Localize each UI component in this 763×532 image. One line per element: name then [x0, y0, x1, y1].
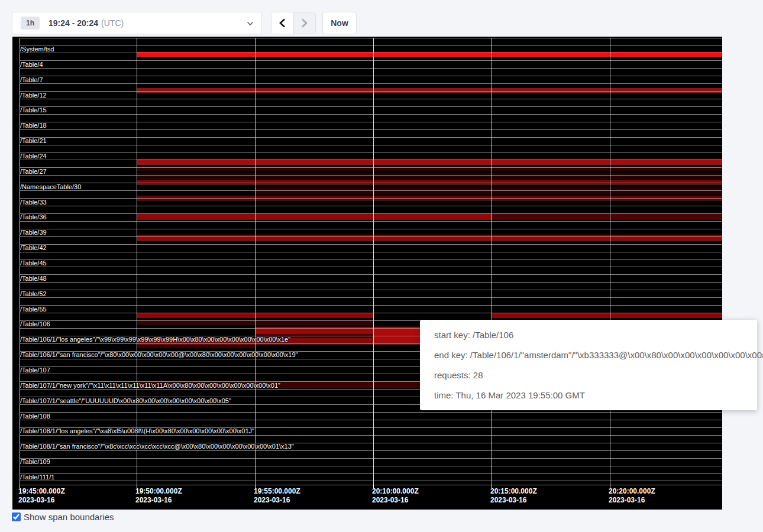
span-boundary-line: [20, 145, 722, 145]
span-label: /Table/39: [20, 229, 47, 236]
span-boundary-line: [20, 206, 722, 206]
span-boundary-line: [20, 481, 722, 481]
span-boundary-line: [20, 466, 722, 466]
span-label: /Table/107: [20, 366, 50, 374]
key-visualizer-page: 1h 19:24 - 20:24 (UTC) Now /System/tsd/T…: [0, 0, 763, 532]
span-label: /Table/33: [20, 199, 47, 206]
span-boundary-line: [20, 122, 722, 122]
axis-tick-label: 19:45:00.000Z2023-03-16: [18, 487, 65, 505]
axis-tick-label: 19:50:00.000Z2023-03-16: [135, 487, 182, 505]
span-label: /System/tsd: [20, 46, 54, 53]
span-label: /Table/42: [20, 244, 47, 251]
span-boundary-line: [20, 252, 722, 252]
span-label: /Table/48: [20, 275, 47, 282]
span-boundary-line: [20, 153, 722, 153]
span-boundary-line: [20, 259, 722, 260]
span-label: /Table/108: [20, 413, 50, 420]
span-boundary-line: [20, 137, 722, 138]
tooltip-start-key: start key: /Table/106: [434, 325, 743, 345]
span-boundary-line: [20, 190, 722, 191]
span-label: /Table/27: [20, 168, 47, 175]
span-boundary-line: [20, 267, 722, 267]
span-label: /Table/106/1/"los angeles"/"\x99\x99\x99…: [20, 336, 290, 343]
span-boundary-line: [20, 83, 722, 84]
now-button[interactable]: Now: [322, 12, 357, 34]
tooltip-time: time: Thu, 16 Mar 2023 19:55:00 GMT: [434, 385, 743, 406]
time-gridline: [255, 38, 256, 485]
axis-tick-label: 19:55:00.000Z2023-03-16: [254, 487, 300, 505]
span-label: /Table/21: [20, 137, 47, 144]
span-label: /NamespaceTable/30: [20, 183, 81, 190]
show-span-boundaries-label: Show span boundaries: [24, 512, 114, 522]
span-label: /Table/55: [20, 306, 47, 313]
prev-time-window-button[interactable]: [271, 12, 293, 34]
span-boundary-line: [20, 60, 722, 61]
span-boundary-line: [20, 91, 722, 92]
key-visualizer-canvas[interactable]: /System/tsd/Table/4/Table/7/Table/12/Tab…: [12, 37, 722, 510]
span-label: /Table/15: [20, 106, 47, 113]
span-boundary-line: [20, 420, 722, 420]
span-boundary-line: [20, 114, 722, 115]
span-boundary-line: [20, 229, 722, 229]
span-boundary-line: [20, 106, 722, 107]
axis-tick-label: 20:20:00.000Z2023-03-16: [609, 487, 655, 505]
time-range-duration-badge: 1h: [21, 17, 40, 30]
axis-tick-label: 20:15:00.000Z2023-03-16: [490, 487, 537, 505]
span-boundary-line: [20, 68, 722, 69]
span-boundary-line: [20, 38, 722, 38]
heat-band[interactable]: [492, 213, 722, 220]
time-gridline: [137, 38, 137, 485]
show-span-boundaries-row: Show span boundaries: [12, 512, 114, 522]
span-label: /Table/45: [20, 259, 47, 267]
span-boundary-line: [20, 183, 722, 183]
span-boundary-line: [20, 458, 722, 459]
heat-band[interactable]: [137, 345, 255, 348]
heat-band[interactable]: [137, 213, 492, 220]
tooltip-requests: requests: 28: [434, 365, 743, 385]
span-boundary-line: [20, 290, 722, 290]
span-boundary-line: [20, 485, 722, 485]
span-boundary-line: [20, 473, 722, 474]
time-range-timezone: (UTC): [101, 18, 124, 28]
span-label: /Table/109: [20, 458, 50, 465]
heat-band[interactable]: [137, 166, 722, 171]
span-boundary-line: [20, 282, 722, 283]
chevron-left-icon: [279, 18, 286, 28]
heat-band[interactable]: [137, 173, 722, 179]
chevron-down-icon: [247, 21, 254, 26]
span-boundary-line: [20, 160, 722, 160]
span-boundary-line: [20, 198, 722, 199]
time-window-nav: [271, 12, 316, 34]
span-boundary-line: [20, 129, 722, 130]
span-label: /Table/18: [20, 122, 47, 129]
span-label: /Table/24: [20, 153, 47, 160]
span-label: /Table/12: [20, 92, 47, 99]
span-label: /Table/36: [20, 213, 47, 220]
span-boundary-line: [20, 175, 722, 176]
span-boundary-line: [20, 244, 722, 245]
chevron-right-icon: [301, 18, 308, 28]
span-label: /Table/52: [20, 290, 47, 297]
tooltip-end-key: end key: /Table/106/1/"amsterdam"/"\xb33…: [434, 345, 743, 365]
span-boundary-line: [20, 435, 722, 436]
span-boundary-line: [20, 76, 722, 76]
next-time-window-button[interactable]: [293, 12, 316, 34]
span-boundary-line: [20, 213, 722, 214]
span-label: /Table/111/1: [20, 473, 54, 481]
span-boundary-line: [20, 53, 722, 53]
span-label: /Table/106: [20, 320, 50, 327]
span-label: /Table/107/1/"seattle"/"UUUUUUD\x00\x80\…: [20, 397, 231, 404]
show-span-boundaries-checkbox[interactable]: [12, 512, 21, 521]
span-boundary-line: [20, 412, 722, 413]
span-boundary-line: [20, 167, 722, 168]
span-boundary-line: [20, 297, 722, 298]
span-boundary-line: [20, 46, 722, 46]
span-label: /Table/107/1/"new york"/"\x11\x11\x11\x1…: [20, 382, 280, 389]
span-boundary-line: [20, 221, 722, 222]
span-label: /Table/108/1/"san francisco"/"\x8c\xcc\x…: [20, 443, 294, 450]
heat-band[interactable]: [492, 313, 722, 318]
time-range-text: 19:24 - 20:24: [49, 18, 98, 28]
span-boundary-line: [20, 305, 722, 306]
span-boundary-line: [20, 313, 722, 313]
time-range-select[interactable]: 1h 19:24 - 20:24 (UTC): [12, 12, 262, 34]
